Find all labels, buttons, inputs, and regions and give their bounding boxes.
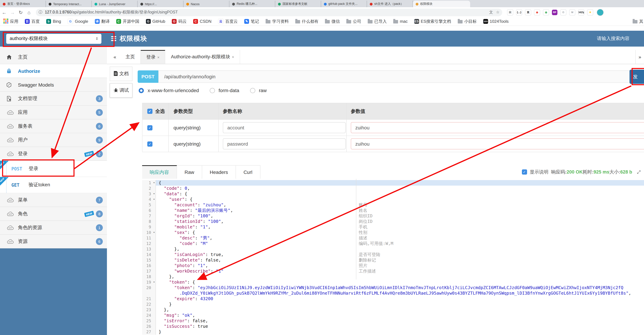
bookmark-item[interactable]: ✎笔记 (244, 18, 259, 24)
url-bar[interactable]: ⓘ 127.0.0.1:8760/api/gate/doc.html#/auth… (36, 8, 502, 16)
tab-close-icon[interactable]: × (157, 55, 160, 59)
line-number[interactable]: 1▾ (142, 180, 156, 186)
request-path-bar[interactable]: /api/authority/anno/login (158, 70, 631, 83)
radio-x-www-form-urlencoded[interactable] (139, 88, 144, 93)
param-checkbox[interactable]: ✓ (147, 141, 152, 146)
extension-icon[interactable]: RP (552, 10, 558, 15)
fullscreen-icon[interactable]: ⤢ (637, 169, 640, 175)
browser-tab[interactable]: Nacos (184, 1, 230, 7)
line-number[interactable]: 16 (142, 263, 156, 268)
sidebar-item-角色的资源[interactable]: API角色的资源1 (0, 221, 107, 234)
line-number[interactable]: 2 (142, 186, 156, 191)
param-value-input[interactable] (351, 122, 644, 133)
sidebar-item-资源[interactable]: API资源6 (0, 234, 107, 248)
bookmark-item[interactable]: CCSDN (193, 19, 212, 24)
line-number[interactable]: 11 (142, 235, 156, 241)
page-info-icon[interactable]: ⓘ (39, 10, 42, 15)
line-number[interactable]: 13 (142, 246, 156, 252)
radio-raw[interactable] (250, 88, 255, 93)
browser-tab[interactable]: 权限模块 (413, 1, 470, 7)
line-number[interactable]: 15 (142, 257, 156, 263)
bookmark-item[interactable]: 应用 (4, 18, 18, 24)
sidebar-item-Swagger Models[interactable]: Swagger Models (0, 78, 107, 92)
menu-icon[interactable] (111, 36, 116, 41)
fold-icon[interactable]: ▾ (153, 180, 155, 186)
home-icon[interactable]: ⌂ (25, 10, 33, 15)
sidebar-item-应用[interactable]: API应用5 (0, 106, 107, 119)
line-number[interactable]: 22 (142, 302, 156, 307)
browser-tab[interactable]: gitHub pack 文件夹... (321, 1, 367, 7)
bookmark-item[interactable]: GGitHub (146, 19, 165, 24)
tab-主页[interactable]: 主页 (120, 50, 141, 64)
line-number[interactable]: 8 (142, 219, 156, 224)
param-checkbox[interactable]: ✓ (147, 125, 152, 130)
line-number[interactable]: 25 (142, 318, 156, 324)
response-tab-响应内容[interactable]: 响应内容 (142, 165, 177, 179)
sidebar-item-角色[interactable]: API角色NEW8 (0, 207, 107, 221)
bookmark-item[interactable]: 其 (632, 18, 643, 24)
browser-tab[interactable]: Temporary Interact... (46, 1, 92, 7)
browser-tab[interactable]: 首页 - 登录/docs (0, 1, 46, 7)
line-number[interactable]: 19▾ (142, 280, 156, 285)
bookmark-item[interactable]: 云百度云 (218, 18, 238, 24)
extension-icon[interactable]: 英 (525, 9, 531, 15)
fold-icon[interactable]: ▾ (153, 280, 155, 285)
bookmark-item[interactable]: 微信 (325, 18, 340, 24)
browser-tab[interactable]: sh文件 进入（pack） (367, 1, 413, 7)
bookmark-item[interactable]: 译翻译 (95, 18, 110, 24)
response-tab-Raw[interactable]: Raw (177, 165, 202, 179)
bookmark-item[interactable]: GGoogle (68, 19, 88, 24)
sidebar-item-文档管理[interactable]: 文档管理3 (0, 92, 107, 106)
line-number[interactable]: 26 (142, 324, 156, 329)
bookmark-item[interactable]: ESES搜索引擎文档 (414, 18, 451, 24)
response-body[interactable]: 1▾{2 "code": 0,3▾ "data": {4▾ "user": {5… (142, 179, 644, 335)
tab-文档[interactable]: 文档 (110, 66, 132, 81)
browser-tab[interactable]: 国家标准参考文献 (275, 1, 321, 7)
tab-overflow-icon[interactable]: » (636, 50, 644, 64)
sidebar-item-get-验证token[interactable]: NEWGET验证token (0, 177, 107, 193)
sidebar-item-主页[interactable]: 主页 (0, 50, 107, 64)
bookmark-item[interactable]: 百百度 (25, 18, 40, 24)
line-number[interactable]: 27 (142, 329, 156, 335)
tab-close-icon[interactable]: × (232, 55, 234, 59)
extension-icon[interactable]: GitZip (578, 9, 584, 15)
collapse-sidebar-icon[interactable]: « (110, 50, 120, 64)
sidebar-item-服务表[interactable]: API服务表6 (0, 119, 107, 133)
bookmark-item[interactable]: G码云 (172, 18, 186, 24)
line-number[interactable]: 21 (142, 296, 156, 302)
sidebar-item-菜单[interactable]: API菜单7 (0, 193, 107, 207)
bookmark-item[interactable]: 什么都有 (295, 18, 318, 24)
bookmark-item[interactable]: 10241024Tools (483, 19, 508, 24)
response-tab-Curl[interactable]: Curl (236, 165, 260, 179)
line-number[interactable]: 20 (142, 285, 156, 296)
send-button[interactable]: 发 (630, 70, 644, 84)
tab-Authorize-authority-权限模块[interactable]: Authorize-authority-权限模块× (166, 50, 240, 64)
line-number[interactable]: 5 (142, 202, 156, 208)
line-number[interactable]: 4▾ (142, 197, 156, 202)
sidebar-item-Authorize[interactable]: Authorize (0, 64, 107, 78)
fold-icon[interactable]: ▾ (153, 230, 155, 235)
radio-form-data[interactable] (210, 88, 215, 93)
browser-tab[interactable]: https://... (138, 1, 184, 7)
line-number[interactable]: 12 (142, 241, 156, 246)
sidebar-item-post-登录[interactable]: NEWPOST登录 (0, 161, 107, 177)
fold-icon[interactable]: ▾ (153, 197, 155, 202)
show-desc-checkbox[interactable]: ✓ (522, 170, 527, 174)
sidebar-item-用户[interactable]: API用户9 (0, 133, 107, 147)
line-number[interactable]: 3▾ (142, 191, 156, 197)
extension-icon[interactable]: ✳ (587, 9, 593, 15)
extension-icon[interactable]: M (569, 9, 575, 15)
response-tab-Headers[interactable]: Headers (202, 165, 236, 179)
bookmark-item[interactable]: mac (393, 19, 408, 24)
line-number[interactable]: 10▾ (142, 230, 156, 235)
param-name-input[interactable] (223, 138, 346, 150)
module-select[interactable]: authority-权限模块 ▲▼ (6, 34, 102, 44)
extension-icon[interactable]: {…} (516, 9, 522, 15)
browser-tab[interactable]: Redis 哪几种... (230, 1, 275, 7)
profile-avatar[interactable] (597, 9, 604, 16)
fold-icon[interactable]: ▾ (153, 191, 155, 197)
extension-icon[interactable]: O (560, 9, 566, 15)
bookmark-item[interactable]: 小目标 (458, 18, 477, 24)
line-number[interactable]: 17 (142, 268, 156, 274)
bookmark-item[interactable]: C开源中国 (116, 18, 139, 24)
